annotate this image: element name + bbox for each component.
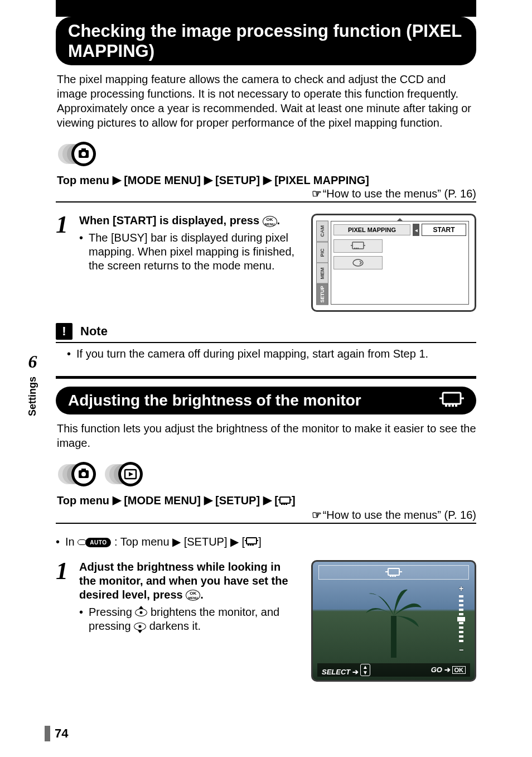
svg-rect-42 — [286, 504, 287, 505]
section-title: Adjusting the brightness of the monitor — [68, 392, 361, 409]
camera-main-panel: PIXEL MAPPING ◂ START — [331, 221, 469, 305]
monitor-brightness-icon — [278, 495, 292, 508]
svg-rect-52 — [390, 576, 391, 577]
step-title-text: When [START] is displayed, press — [79, 214, 263, 226]
svg-rect-21 — [455, 404, 457, 407]
breadcrumb-item: [PIXEL MAPPING] — [274, 174, 369, 186]
ok-menu-button-icon: OKMENU — [186, 590, 200, 601]
section2-intro: This function lets you adjust the bright… — [57, 421, 476, 450]
crossref-1: ☞“How to use the menus” (P. 16) — [56, 187, 476, 202]
slider-thumb — [457, 617, 465, 621]
note-item: •If you turn the camera off during pixel… — [67, 348, 476, 360]
step-title-text: Adjust the brightness while looking in t… — [79, 561, 288, 601]
svg-rect-40 — [281, 504, 283, 505]
down-button-icon — [134, 623, 146, 630]
section-title: Checking the image processing function (… — [68, 21, 464, 61]
subnote-text: : Top menu ▶ [SETUP] ▶ [ — [114, 536, 245, 548]
svg-point-7 — [81, 152, 86, 156]
svg-rect-18 — [445, 404, 447, 407]
svg-rect-41 — [283, 504, 285, 505]
svg-rect-15 — [443, 393, 461, 404]
camera-tab-active: SETUP — [316, 284, 328, 305]
crossref-text: “How to use the menus” (P. 16) — [323, 509, 476, 521]
breadcrumb-item: [SETUP] — [215, 174, 260, 186]
step2-bullet: • Pressing brightens the monitor, and pr… — [79, 605, 300, 633]
svg-rect-49 — [388, 568, 399, 575]
svg-rect-11 — [354, 248, 355, 249]
select-label: SELECT — [322, 668, 350, 676]
camera-menu-label: PIXEL MAPPING — [333, 224, 410, 235]
side-tab: 6 Settings — [27, 351, 38, 416]
step-title-end: . — [277, 214, 280, 226]
svg-rect-37 — [280, 497, 290, 503]
breadcrumb-brightness: Top menu ▶ [MODE MENU] ▶ [SETUP] ▶ [] — [57, 494, 476, 508]
section-header-pixel-mapping: Checking the image processing function (… — [56, 17, 476, 65]
plus-icon: + — [459, 584, 463, 593]
chapter-number: 6 — [28, 351, 37, 372]
page-top-bar — [56, 0, 476, 17]
camera-screen-pixel-mapping: CAM PIC MEM SETUP PIXEL MAPPING ◂ START — [311, 214, 476, 312]
crossref-2: ☞“How to use the menus” (P. 16) — [56, 508, 476, 524]
go-label: GO — [431, 666, 442, 674]
up-triangle-icon — [396, 218, 403, 221]
mode-dial-playback-icon — [103, 460, 147, 490]
ok-menu-button-icon: OKMENU — [263, 216, 277, 227]
camera-tab: PIC — [316, 242, 328, 263]
palm-tree-icon — [363, 585, 424, 658]
pointing-hand-icon: ☞ — [312, 187, 322, 200]
svg-rect-46 — [248, 544, 249, 546]
svg-rect-48 — [252, 544, 254, 546]
screen-bottom-bar: SELECT ➔▲▼ GO ➔OK — [317, 663, 470, 677]
monitor-brightness-icon — [245, 536, 258, 549]
step-number: 1 — [56, 560, 68, 582]
breadcrumb-prefix: Top menu — [57, 174, 109, 186]
bullet-text: Pressing — [89, 606, 135, 618]
auto-label: AUTO — [85, 538, 111, 547]
power-icon — [333, 256, 383, 269]
bullet-text: darkens it. — [146, 620, 201, 632]
step2-title: Adjust the brightness while looking in t… — [79, 560, 300, 602]
camera-tab: CAM — [316, 221, 328, 242]
slider-track — [459, 595, 463, 643]
step-title-end: . — [200, 589, 204, 601]
svg-rect-20 — [452, 404, 454, 407]
minus-icon: − — [459, 645, 463, 654]
svg-rect-28 — [81, 469, 86, 471]
note-title: Note — [80, 324, 108, 339]
section1-intro: The pixel mapping feature allows the cam… — [57, 72, 476, 130]
svg-rect-53 — [392, 576, 394, 577]
breadcrumb-item: [SETUP] — [215, 494, 260, 507]
section-divider — [56, 376, 476, 379]
breadcrumb-item: [MODE MENU] — [124, 494, 201, 507]
up-button-icon — [135, 609, 147, 616]
subnote-prefix: In — [65, 536, 75, 548]
note-text: If you turn the camera off during pixel … — [76, 348, 428, 360]
breadcrumb-item: [MODE MENU] — [124, 174, 201, 186]
monitor-brightness-icon — [439, 391, 464, 410]
step1-bullet: •The [BUSY] bar is displayed during pixe… — [79, 231, 300, 273]
monitor-brightness-icon — [385, 567, 402, 577]
monitor-icon — [333, 239, 383, 253]
mode-dial-shooting-icon — [56, 140, 100, 170]
mode-dial-shooting-icon — [56, 460, 100, 490]
screen-title-bar — [318, 565, 469, 580]
svg-rect-43 — [246, 538, 257, 544]
auto-dial-icon: AUTO — [78, 538, 111, 547]
camera-side-tabs: CAM PIC MEM SETUP — [316, 221, 328, 305]
section-header-brightness: Adjusting the brightness of the monitor — [56, 387, 476, 414]
bullet-text: The [BUSY] bar is displayed during pixel… — [89, 231, 300, 273]
crossref-text: “How to use the menus” (P. 16) — [323, 187, 476, 200]
auto-mode-note: • In AUTO : Top menu ▶ [SETUP] ▶ [] — [56, 535, 476, 549]
step-number: 1 — [56, 214, 68, 236]
svg-rect-19 — [448, 404, 451, 407]
svg-rect-6 — [81, 148, 86, 151]
brightness-slider: + − — [456, 584, 467, 654]
breadcrumb-pixel-mapping: Top menu ▶ [MODE MENU] ▶ [SETUP] ▶ [PIXE… — [57, 173, 476, 187]
subnote-end: ] — [258, 536, 262, 548]
svg-rect-54 — [394, 576, 396, 577]
breadcrumb-prefix: Top menu — [57, 494, 109, 507]
svg-rect-12 — [356, 248, 357, 249]
page-number: 74 — [45, 726, 68, 741]
pointing-hand-icon: ☞ — [312, 508, 322, 522]
ok-box-icon: OK — [452, 666, 466, 674]
